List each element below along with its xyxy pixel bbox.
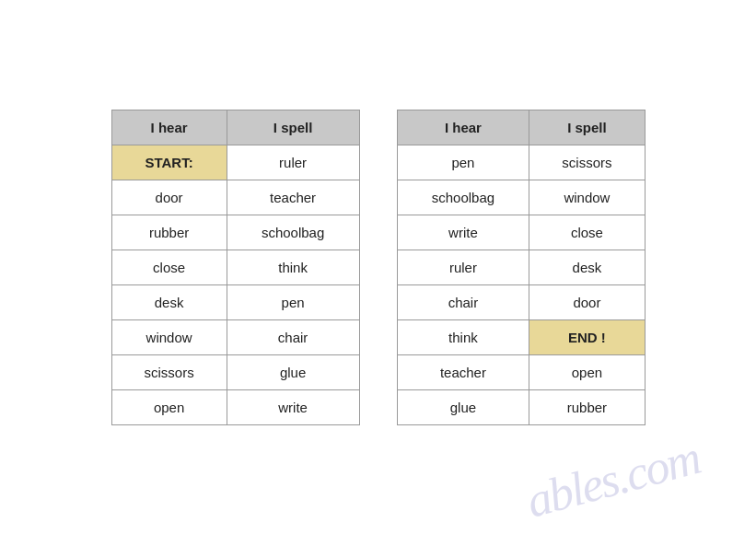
table-right: I hear I spell penscissorsschoolbagwindo… (397, 110, 646, 425)
spell-cell: schoolbag (227, 215, 359, 250)
hear-cell: window (111, 319, 227, 354)
table-row: chairdoor (397, 284, 645, 319)
spell-cell: desk (529, 250, 645, 284)
spell-cell: glue (227, 354, 359, 389)
hear-cell: teacher (397, 354, 529, 389)
table-row: penscissors (397, 145, 645, 180)
table1-header-hear: I hear (111, 110, 227, 145)
hear-cell: pen (397, 145, 529, 180)
watermark: ables.com (520, 430, 704, 528)
table1-header-spell: I spell (227, 110, 359, 145)
table-row: closethink (111, 250, 359, 284)
hear-cell: ruler (397, 250, 529, 284)
table2-header-hear: I hear (397, 110, 529, 145)
table-row: writeclose (397, 215, 645, 250)
hear-cell: schoolbag (397, 180, 529, 215)
table-row: teacheropen (397, 354, 645, 389)
table-row: openwrite (111, 389, 359, 424)
spell-cell: close (529, 215, 645, 250)
table-row: START:ruler (111, 145, 359, 180)
hear-cell: START: (111, 145, 227, 180)
table-row: schoolbagwindow (397, 180, 645, 215)
spell-cell: scissors (529, 145, 645, 180)
spell-cell: rubber (529, 389, 645, 424)
hear-cell: chair (397, 284, 529, 319)
spell-cell: teacher (227, 180, 359, 215)
table-row: rulerdesk (397, 250, 645, 284)
spell-cell: chair (227, 319, 359, 354)
hear-cell: scissors (111, 354, 227, 389)
tables-wrapper: I hear I spell START:rulerdoorteacherrub… (93, 91, 664, 444)
hear-cell: glue (397, 389, 529, 424)
table-row: deskpen (111, 284, 359, 319)
table-row: doorteacher (111, 180, 359, 215)
table2-header-spell: I spell (529, 110, 645, 145)
table-row: rubberschoolbag (111, 215, 359, 250)
spell-cell: window (529, 180, 645, 215)
table-row: thinkEND ! (397, 319, 645, 354)
hear-cell: close (111, 250, 227, 284)
hear-cell: open (111, 389, 227, 424)
hear-cell: write (397, 215, 529, 250)
spell-cell: write (227, 389, 359, 424)
table-left: I hear I spell START:rulerdoorteacherrub… (111, 110, 360, 425)
spell-cell: pen (227, 284, 359, 319)
spell-cell: think (227, 250, 359, 284)
spell-cell: door (529, 284, 645, 319)
spell-cell: open (529, 354, 645, 389)
table-row: gluerubber (397, 389, 645, 424)
hear-cell: desk (111, 284, 227, 319)
table-row: windowchair (111, 319, 359, 354)
table-row: scissorsglue (111, 354, 359, 389)
hear-cell: think (397, 319, 529, 354)
spell-cell: ruler (227, 145, 359, 180)
hear-cell: door (111, 180, 227, 215)
spell-cell: END ! (529, 319, 645, 354)
hear-cell: rubber (111, 215, 227, 250)
